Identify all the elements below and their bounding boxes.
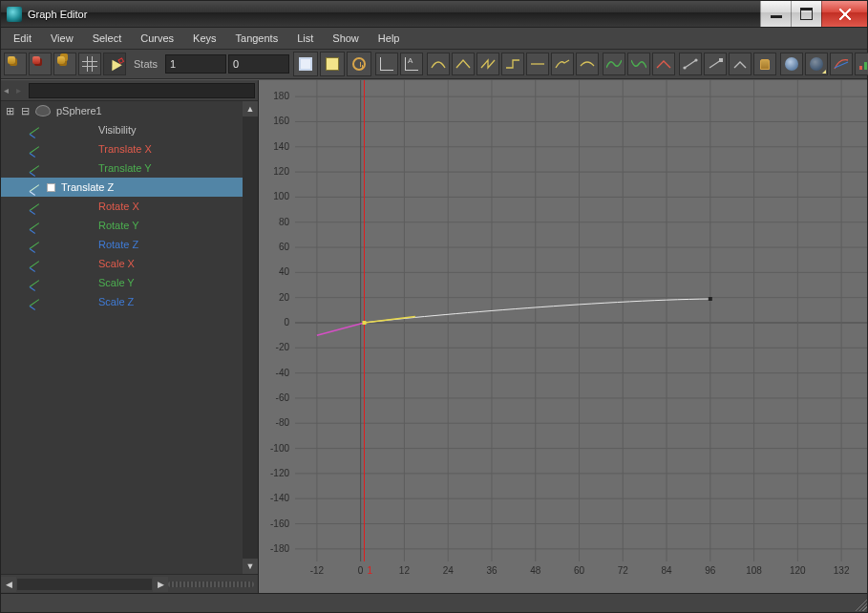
window-minimize-button[interactable] bbox=[760, 1, 791, 27]
node-label: pSphere1 bbox=[56, 105, 258, 116]
status-bar bbox=[1, 593, 867, 612]
menu-curves[interactable]: Curves bbox=[132, 30, 182, 47]
lock-tangent-weight-button[interactable] bbox=[704, 53, 727, 75]
stats-value-input[interactable] bbox=[228, 54, 289, 74]
channel-gizmo-icon bbox=[30, 162, 41, 174]
app-icon bbox=[7, 7, 22, 22]
menu-keys[interactable]: Keys bbox=[184, 30, 224, 47]
scroll-up-icon[interactable]: ▲ bbox=[243, 101, 258, 116]
channel-label: Visibility bbox=[98, 124, 258, 136]
break-tangents-button[interactable] bbox=[652, 53, 675, 75]
frame-playback-range-button[interactable] bbox=[375, 53, 398, 75]
tangent-flat-button[interactable] bbox=[526, 53, 549, 75]
pre-infinity-cycle-button[interactable] bbox=[603, 53, 625, 75]
scroll-left-icon[interactable]: ◀ bbox=[1, 577, 16, 592]
channel-row-scale-z[interactable]: Scale Z bbox=[1, 292, 258, 311]
buffer-curve-snapshot-button[interactable] bbox=[830, 53, 853, 75]
svg-text:72: 72 bbox=[618, 565, 629, 576]
center-view-button[interactable]: A bbox=[400, 53, 423, 75]
svg-text:24: 24 bbox=[443, 565, 455, 576]
unisolate-curve-button[interactable] bbox=[805, 53, 828, 75]
channel-gizmo-icon bbox=[30, 258, 41, 269]
outliner-hscrollbar[interactable] bbox=[17, 579, 152, 590]
tangent-stepped-button[interactable] bbox=[501, 53, 524, 75]
channel-gizmo-icon bbox=[30, 201, 41, 212]
tangent-linear-button[interactable] bbox=[452, 53, 475, 75]
window-maximize-button[interactable] bbox=[791, 1, 821, 27]
channel-row-translate-x[interactable]: Translate X bbox=[1, 139, 258, 159]
menu-view[interactable]: View bbox=[42, 30, 82, 47]
channel-label: Translate Z bbox=[61, 181, 258, 193]
svg-text:36: 36 bbox=[486, 565, 498, 576]
channel-row-visibility[interactable]: Visibility bbox=[1, 120, 258, 139]
time-snap-button[interactable] bbox=[347, 52, 371, 76]
svg-text:40: 40 bbox=[279, 266, 290, 277]
move-nearest-key-button[interactable] bbox=[4, 53, 27, 75]
graph-canvas[interactable]: -180-160-140-120-100-80-60-40-2002040608… bbox=[259, 80, 867, 579]
menu-edit[interactable]: Edit bbox=[5, 30, 40, 47]
menu-show[interactable]: Show bbox=[324, 30, 368, 47]
menu-list[interactable]: List bbox=[288, 30, 322, 47]
unify-tangents-button[interactable] bbox=[729, 53, 752, 75]
svg-text:100: 100 bbox=[273, 191, 289, 201]
svg-text:20: 20 bbox=[279, 292, 290, 303]
channel-row-rotate-z[interactable]: Rotate Z bbox=[1, 235, 258, 254]
stats-frame-input[interactable] bbox=[165, 54, 226, 74]
select-tool-button[interactable] bbox=[103, 53, 126, 75]
svg-text:48: 48 bbox=[530, 565, 541, 576]
scroll-right-icon[interactable]: ▶ bbox=[153, 577, 168, 592]
scroll-down-icon[interactable]: ▼ bbox=[243, 559, 258, 574]
channel-row-scale-y[interactable]: Scale Y bbox=[1, 273, 258, 292]
tangent-plateau-button[interactable] bbox=[576, 53, 599, 75]
channel-gizmo-icon bbox=[30, 143, 41, 155]
channel-gizmo-icon bbox=[30, 239, 41, 250]
svg-text:-20: -20 bbox=[276, 342, 290, 352]
channel-label: Translate Y bbox=[98, 162, 258, 174]
expand-icon[interactable]: ⊞ bbox=[5, 105, 14, 117]
tree-row-node[interactable]: ⊞ ⊟ pSphere1 bbox=[1, 101, 258, 120]
outliner-resize-grip[interactable] bbox=[168, 581, 254, 587]
insert-keys-button[interactable] bbox=[29, 53, 52, 75]
channel-row-translate-y[interactable]: Translate Y bbox=[1, 159, 258, 178]
svg-line-70 bbox=[364, 316, 414, 323]
channel-row-rotate-x[interactable]: Rotate X bbox=[1, 197, 258, 216]
svg-text:120: 120 bbox=[790, 565, 806, 576]
window-close-button[interactable] bbox=[821, 1, 867, 27]
window-resize-grip[interactable] bbox=[852, 596, 867, 611]
tangent-fixed-button[interactable] bbox=[551, 53, 574, 75]
outliner-search-input[interactable] bbox=[29, 83, 255, 98]
free-tangent-weight-button[interactable] bbox=[679, 53, 702, 75]
channel-gizmo-icon bbox=[30, 124, 41, 136]
post-infinity-cycle-button[interactable] bbox=[627, 53, 650, 75]
window-titlebar: Graph Editor bbox=[0, 0, 868, 27]
channel-row-rotate-y[interactable]: Rotate Y bbox=[1, 216, 258, 235]
outliner-vscrollbar[interactable]: ▲ ▼ bbox=[243, 101, 258, 574]
graph-view[interactable]: -180-160-140-120-100-80-60-40-2002040608… bbox=[259, 80, 867, 593]
menu-help[interactable]: Help bbox=[370, 30, 409, 47]
lock-tangent-button[interactable] bbox=[753, 53, 776, 75]
svg-text:-100: -100 bbox=[270, 443, 289, 454]
tangent-clamped-button[interactable] bbox=[476, 53, 499, 75]
svg-text:-12: -12 bbox=[310, 565, 325, 576]
menu-select[interactable]: Select bbox=[84, 30, 131, 47]
svg-text:108: 108 bbox=[746, 565, 762, 576]
frame-all-button[interactable] bbox=[293, 52, 318, 76]
isolate-curve-button[interactable] bbox=[780, 53, 803, 75]
channel-gizmo-icon bbox=[30, 220, 41, 231]
normalize-curves-button[interactable] bbox=[320, 52, 345, 76]
outliner-panel: ◂ ▸ ⊞ ⊟ pSphere1 VisibilityTranslate XTr… bbox=[1, 80, 259, 593]
channel-gizmo-icon bbox=[30, 296, 41, 307]
menu-tangents[interactable]: Tangents bbox=[227, 30, 287, 47]
channel-row-translate-z[interactable]: Translate Z bbox=[1, 178, 258, 197]
lattice-deform-keys-button[interactable] bbox=[78, 53, 101, 75]
channel-label: Rotate X bbox=[98, 201, 258, 212]
tangent-spline-button[interactable] bbox=[427, 53, 450, 75]
svg-text:-140: -140 bbox=[270, 493, 289, 503]
swap-buffer-curve-button[interactable] bbox=[855, 53, 868, 75]
collapse-icon[interactable]: ⊟ bbox=[20, 105, 30, 117]
outliner-nav-fwd-icon[interactable]: ▸ bbox=[16, 85, 26, 95]
add-keys-button[interactable] bbox=[53, 53, 76, 75]
channel-row-scale-x[interactable]: Scale X bbox=[1, 254, 258, 273]
svg-text:-160: -160 bbox=[270, 518, 289, 529]
outliner-nav-back-icon[interactable]: ◂ bbox=[4, 85, 13, 95]
